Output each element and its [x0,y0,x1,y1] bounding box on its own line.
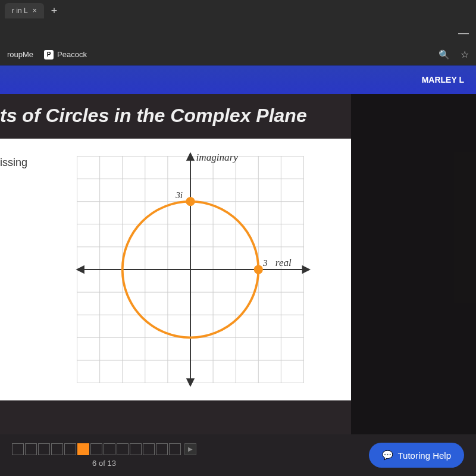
lesson-title: ts of Circles in the Complex Plane [0,94,351,137]
tutoring-help-button[interactable]: 💬 Tutoring Help [369,443,465,468]
point-3i [186,197,195,206]
chat-icon: 💬 [382,450,393,461]
point-label-3i: 3i [175,190,183,200]
svg-marker-24 [77,266,84,273]
bookmark-groupme[interactable]: roupMe [7,50,33,59]
progress-box[interactable] [156,443,168,455]
svg-marker-27 [187,379,193,386]
progress-box[interactable] [12,443,24,455]
graph-svg: imaginary real 3i 3 [30,151,351,389]
svg-marker-23 [303,266,309,273]
minimize-icon[interactable]: — [458,27,469,39]
progress-box[interactable] [143,443,155,455]
content-area: MARLEY L ts of Circles in the Complex Pl… [0,65,476,476]
progress-box[interactable] [130,443,142,455]
bookmark-peacock[interactable]: P Peacock [44,50,87,60]
browser-toolbar: — [0,21,476,44]
progress-box-current[interactable] [77,443,89,455]
bookmark-label: roupMe [7,50,33,59]
bookmark-label: Peacock [57,50,87,59]
progress-box[interactable] [104,443,115,455]
imaginary-axis-label: imaginary [196,152,239,163]
progress-box[interactable] [25,443,37,455]
progress-box[interactable] [64,443,76,455]
question-text: issing [0,151,30,389]
new-tab-button[interactable]: + [44,5,65,17]
search-icon[interactable]: 🔍 [439,49,450,60]
progress-box[interactable] [117,443,129,455]
close-icon[interactable]: × [33,7,37,15]
app-banner: MARLEY L [0,65,476,94]
progress-indicator: ▶ 6 of 13 [12,443,196,468]
next-button[interactable]: ▶ [184,443,196,455]
progress-box[interactable] [38,443,50,455]
progress-box[interactable] [169,443,181,455]
side-overlay [351,94,476,476]
question-area: issing [0,139,351,400]
svg-marker-26 [187,154,193,160]
bookmarks-bar: roupMe P Peacock 🔍 ☆ [0,44,476,65]
user-name: MARLEY L [422,75,464,84]
progress-boxes: ▶ [12,443,196,455]
tutoring-label: Tutoring Help [398,450,452,461]
main-panel: ts of Circles in the Complex Plane issin… [0,94,476,476]
peacock-icon: P [44,50,54,60]
progress-box[interactable] [90,443,102,455]
tab-title: r in L [12,7,28,15]
point-3 [254,265,263,274]
point-label-3: 3 [262,258,268,268]
browser-tab-bar: r in L × + [0,0,476,21]
lesson-content: ts of Circles in the Complex Plane issin… [0,94,351,476]
star-icon[interactable]: ☆ [461,49,469,60]
complex-plane-graph: imaginary real 3i 3 [30,151,351,389]
real-axis-label: real [275,257,292,268]
footer-bar: ▶ 6 of 13 💬 Tutoring Help [0,434,476,476]
axes [77,154,309,386]
progress-label: 6 of 13 [92,459,116,468]
browser-tab[interactable]: r in L × [5,3,44,18]
progress-box[interactable] [51,443,63,455]
